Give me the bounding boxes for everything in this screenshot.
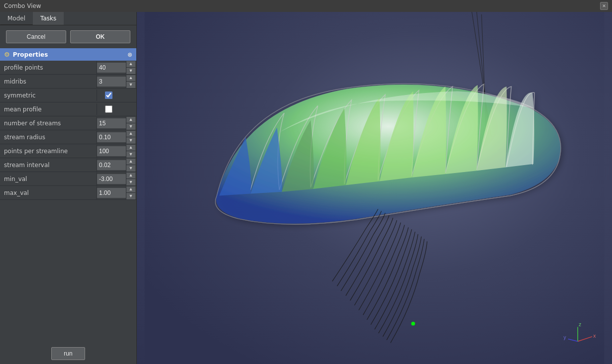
- prop-label-9: max_val: [0, 187, 97, 198]
- prop-input-9[interactable]: [97, 188, 126, 198]
- gear-icon: ⚙: [4, 51, 10, 58]
- prop-input-0[interactable]: [97, 63, 126, 73]
- prop-row-mean-profile: mean profile: [0, 102, 136, 116]
- prop-label-1: midribs: [0, 76, 97, 87]
- prop-input-1[interactable]: [97, 77, 126, 87]
- close-button[interactable]: ✕: [600, 2, 608, 10]
- green-dot: [411, 322, 415, 326]
- title-bar: Combo View ✕: [0, 0, 612, 12]
- prop-label-6: points per streamline: [0, 146, 97, 157]
- button-row: Cancel OK: [0, 25, 136, 48]
- prop-row-midribs: midribs▲▼: [0, 75, 136, 89]
- spin-up-0[interactable]: ▲: [126, 61, 135, 68]
- spin-up-6[interactable]: ▲: [126, 145, 135, 151]
- spin-down-1[interactable]: ▼: [126, 82, 135, 88]
- spin-down-8[interactable]: ▼: [126, 179, 135, 185]
- title-controls: ✕: [600, 2, 608, 10]
- prop-label-2: symmetric: [0, 90, 97, 101]
- prop-label-3: mean profile: [0, 104, 97, 115]
- prop-label-5: stream radius: [0, 132, 97, 143]
- svg-text:z: z: [579, 322, 581, 327]
- prop-input-8[interactable]: [97, 174, 126, 184]
- prop-input-6[interactable]: [97, 146, 126, 156]
- spin-down-4[interactable]: ▼: [126, 123, 135, 130]
- svg-text:y: y: [563, 335, 566, 340]
- prop-row-number-of-streams: number of streams▲▼: [0, 116, 136, 130]
- prop-row-max_val: max_val▲▼: [0, 186, 136, 200]
- run-row: run: [0, 343, 136, 364]
- prop-row-points-per-streamline: points per streamline▲▼: [0, 144, 136, 158]
- sidebar: Model Tasks Cancel OK ⚙ Properties ⊗ pro…: [0, 12, 137, 364]
- tab-tasks[interactable]: Tasks: [33, 12, 64, 25]
- prop-label-8: min_val: [0, 174, 97, 184]
- prop-checkbox-2[interactable]: [105, 91, 112, 99]
- prop-input-7[interactable]: [97, 160, 126, 170]
- spin-up-1[interactable]: ▲: [126, 75, 135, 82]
- collapse-icon[interactable]: ⊗: [127, 51, 132, 58]
- prop-label-4: number of streams: [0, 118, 97, 129]
- prop-row-stream-radius: stream radius▲▼: [0, 130, 136, 144]
- prop-row-stream-interval: stream interval▲▼: [0, 158, 136, 172]
- title-text: Combo View: [4, 2, 41, 9]
- properties-list: profile points▲▼midribs▲▼symmetricmean p…: [0, 61, 136, 343]
- spin-up-8[interactable]: ▲: [126, 173, 135, 179]
- spin-down-9[interactable]: ▼: [126, 193, 135, 199]
- cancel-button[interactable]: Cancel: [6, 30, 66, 43]
- prop-input-4[interactable]: [97, 118, 126, 128]
- prop-label-0: profile points: [0, 62, 97, 73]
- ok-button[interactable]: OK: [70, 30, 130, 43]
- spin-down-0[interactable]: ▼: [126, 68, 135, 74]
- spin-up-9[interactable]: ▲: [126, 186, 135, 193]
- spin-up-4[interactable]: ▲: [126, 117, 135, 123]
- prop-input-5[interactable]: [97, 132, 126, 142]
- prop-row-symmetric: symmetric: [0, 89, 136, 102]
- prop-label-7: stream interval: [0, 160, 97, 171]
- spin-down-5[interactable]: ▼: [126, 137, 135, 144]
- spin-up-5[interactable]: ▲: [126, 131, 135, 137]
- tab-model[interactable]: Model: [0, 12, 33, 25]
- tabs-bar: Model Tasks: [0, 12, 136, 25]
- spin-down-6[interactable]: ▼: [126, 151, 135, 158]
- run-button[interactable]: run: [51, 347, 85, 360]
- prop-row-min_val: min_val▲▼: [0, 172, 136, 186]
- spin-up-7[interactable]: ▲: [126, 159, 135, 165]
- spin-down-7[interactable]: ▼: [126, 165, 135, 172]
- viewport[interactable]: x z y: [137, 12, 612, 364]
- properties-header: ⚙ Properties ⊗: [0, 48, 136, 61]
- prop-checkbox-3[interactable]: [105, 105, 112, 113]
- svg-text:x: x: [593, 333, 596, 339]
- prop-row-profile-points: profile points▲▼: [0, 61, 136, 75]
- section-title: Properties: [13, 51, 48, 58]
